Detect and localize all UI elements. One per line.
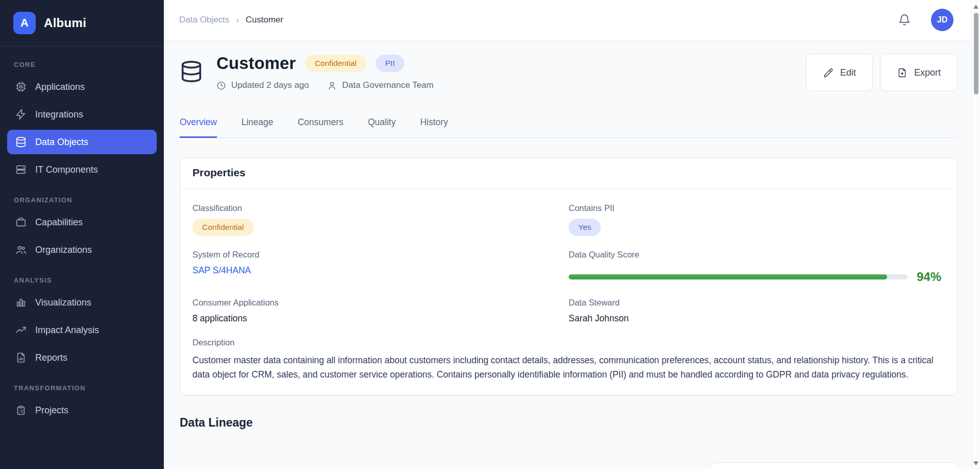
edit-button[interactable]: Edit (806, 54, 873, 91)
sidebar-section-transformation: TRANSFORMATION Projects (0, 384, 164, 423)
data-object-icon (180, 60, 203, 85)
contains-pii-value-badge: Yes (569, 219, 601, 236)
avatar[interactable]: JD (931, 9, 953, 31)
sidebar-section-analysis: ANALYSIS Visualizations Impact Analysis … (0, 276, 164, 370)
section-label: ORGANIZATION (0, 196, 164, 204)
field-label: Data Quality Score (569, 250, 945, 260)
field-label: Description (192, 338, 945, 347)
field-label: System of Record (192, 250, 569, 260)
pencil-icon (823, 67, 834, 78)
field-contains-pii: Contains PII Yes (569, 203, 945, 236)
clock-icon (216, 81, 226, 90)
meta-row: Updated 2 days ago Data Governance Team (216, 80, 433, 90)
data-steward-value: Sarah Johnson (569, 313, 945, 324)
description-text: Customer master data containing all info… (192, 353, 945, 382)
topbar: Data Objects › Customer JD (164, 0, 980, 40)
properties-card: Properties Classification Confidential C… (180, 157, 958, 395)
tab-quality[interactable]: Quality (368, 117, 396, 138)
field-label: Classification (192, 203, 569, 213)
sidebar-item-label: Impact Analysis (35, 325, 99, 336)
sidebar-item-label: Reports (35, 353, 67, 363)
system-of-record-link[interactable]: SAP S/4HANA (192, 265, 251, 275)
scroll-up-arrow-icon[interactable] (973, 5, 978, 9)
sidebar-item-it-components[interactable]: IT Components (7, 157, 157, 182)
sidebar-item-label: Organizations (35, 245, 92, 255)
field-description: Description Customer master data contain… (192, 338, 945, 382)
sidebar-item-label: IT Components (35, 165, 98, 175)
sidebar-item-applications[interactable]: Applications (7, 75, 157, 99)
tab-consumers[interactable]: Consumers (298, 117, 343, 138)
database-icon (180, 60, 203, 83)
topbar-actions: JD (897, 9, 953, 31)
clipboard-icon (15, 405, 27, 416)
report-icon (15, 352, 27, 363)
quality-progress-track (569, 274, 908, 279)
properties-title: Properties (192, 167, 945, 179)
bell-icon (898, 13, 911, 27)
field-system-of-record: System of Record SAP S/4HANA (192, 250, 569, 284)
sidebar-item-capabilities[interactable]: Capabilities (7, 210, 157, 235)
breadcrumb-separator: › (236, 15, 239, 26)
breadcrumb-parent-link[interactable]: Data Objects (179, 15, 229, 25)
updated-meta: Updated 2 days ago (216, 80, 309, 90)
field-data-steward: Data Steward Sarah Johnson (569, 298, 945, 324)
export-button[interactable]: Export (880, 54, 958, 91)
tab-overview[interactable]: Overview (180, 117, 217, 138)
sidebar-item-label: Data Objects (35, 137, 88, 148)
people-icon (15, 244, 27, 255)
sidebar-item-integrations[interactable]: Integrations (7, 102, 157, 127)
quality-progress-fill (569, 274, 887, 279)
briefcase-icon (15, 217, 27, 228)
app-name: Albumi (44, 16, 86, 30)
sidebar-item-impact-analysis[interactable]: Impact Analysis (7, 318, 157, 342)
sidebar-item-label: Integrations (35, 109, 83, 120)
sidebar-section-organization: ORGANIZATION Capabilities Organizations (0, 196, 164, 262)
trending-up-icon (15, 324, 27, 336)
chip-icon (15, 81, 27, 92)
user-icon (327, 81, 337, 90)
owner-text: Data Governance Team (342, 80, 433, 90)
main-area: Data Objects › Customer JD Customer Conf… (164, 0, 980, 469)
properties-grid: Classification Confidential Contains PII… (192, 203, 945, 338)
app-logo: A Albumi (0, 0, 164, 46)
database-icon (15, 136, 27, 148)
sidebar-item-reports[interactable]: Reports (7, 345, 157, 370)
title-block: Customer Confidential PII Updated 2 days… (216, 54, 433, 90)
sidebar-item-visualizations[interactable]: Visualizations (7, 290, 157, 315)
classification-badge: Confidential (305, 55, 366, 72)
sidebar-item-label: Projects (35, 405, 68, 416)
section-label: ANALYSIS (0, 276, 164, 284)
classification-value-badge: Confidential (192, 219, 254, 236)
breadcrumb-current: Customer (246, 15, 283, 25)
section-label: TRANSFORMATION (0, 384, 164, 392)
data-lineage-title: Data Lineage (180, 416, 958, 430)
sidebar-item-projects[interactable]: Projects (7, 398, 157, 423)
sidebar-item-label: Capabilities (35, 217, 83, 228)
bar-chart-icon (15, 297, 27, 308)
field-label: Consumer Applications (192, 298, 569, 308)
consumer-applications-value: 8 applications (192, 313, 569, 324)
owner-meta: Data Governance Team (327, 80, 433, 90)
pii-badge: PII (376, 55, 405, 72)
tab-lineage[interactable]: Lineage (241, 117, 273, 138)
scrollbar-thumb[interactable] (974, 13, 978, 95)
scroll-down-arrow-icon[interactable] (973, 461, 978, 465)
sidebar-item-data-objects[interactable]: Data Objects (7, 130, 157, 154)
sidebar-item-label: Applications (35, 82, 85, 92)
app-logo-icon: A (13, 12, 36, 34)
edit-button-label: Edit (840, 67, 856, 78)
vertical-scrollbar[interactable] (971, 0, 980, 469)
field-classification: Classification Confidential (192, 203, 569, 236)
lineage-node-card (709, 462, 958, 469)
field-data-quality: Data Quality Score 94% (569, 250, 945, 284)
field-consumer-applications: Consumer Applications 8 applications (192, 298, 569, 324)
sidebar-item-organizations[interactable]: Organizations (7, 238, 157, 262)
sidebar-item-label: Visualizations (35, 297, 91, 308)
notifications-button[interactable] (897, 13, 912, 27)
tab-bar: Overview Lineage Consumers Quality Histo… (180, 117, 958, 138)
section-label: CORE (0, 61, 164, 68)
updated-text: Updated 2 days ago (231, 80, 309, 90)
sidebar-section-core: CORE Applications Integrations Data Obje… (0, 61, 164, 182)
tab-history[interactable]: History (420, 117, 448, 138)
quality-percent: 94% (917, 270, 941, 284)
